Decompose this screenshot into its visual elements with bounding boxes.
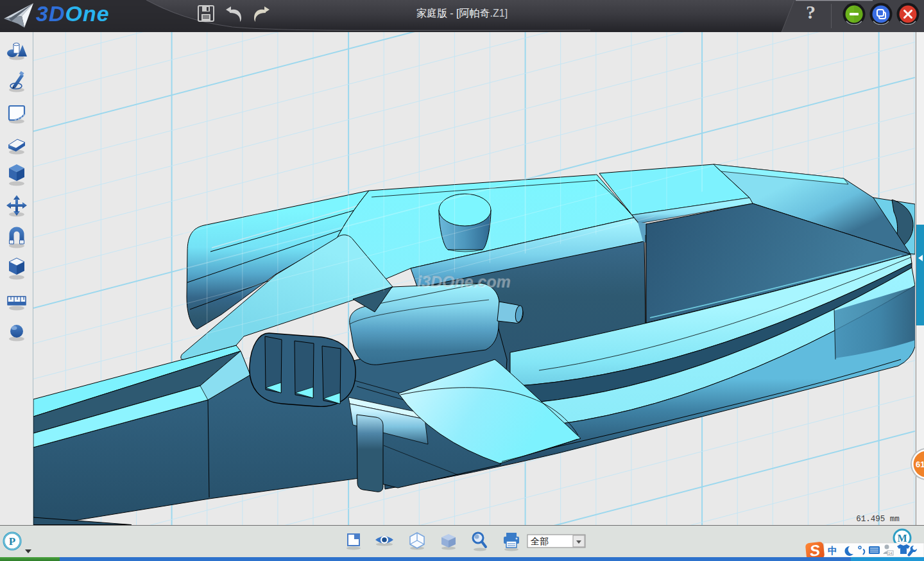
svg-text:S: S [809,541,821,557]
svg-text:61.495 mm: 61.495 mm [856,515,900,524]
svg-text:全部: 全部 [531,536,549,546]
svg-text:中: 中 [828,545,837,556]
svg-text:P: P [9,535,15,548]
svg-text:14: 14 [888,551,893,555]
svg-text:M: M [897,533,907,544]
svg-text:61: 61 [916,460,924,469]
